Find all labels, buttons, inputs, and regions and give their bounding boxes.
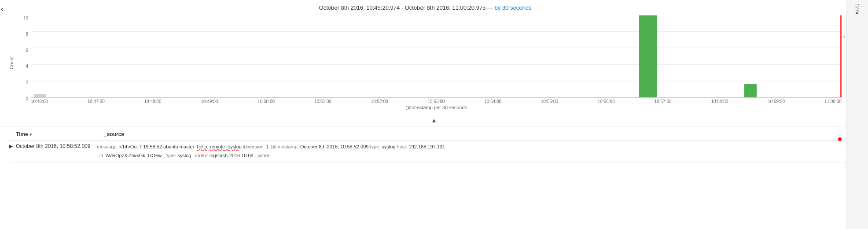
field-label: message: — [97, 144, 118, 149]
x-tick: 11:00:00 — [824, 99, 842, 104]
y-tick: 4 — [26, 64, 28, 69]
col-source-header: _source — [104, 131, 859, 137]
x-tick: 10:58:00 — [711, 99, 728, 104]
bar-gray — [34, 94, 46, 97]
divider — [0, 126, 868, 126]
y-tick: 8 — [26, 32, 28, 37]
time-header-label: Time — [16, 131, 28, 137]
y-tick: 2 — [26, 80, 28, 85]
field-value: logstash-2016.10.08 — [210, 153, 254, 158]
x-axis-title: @timestamp per 30 seconds — [31, 105, 842, 110]
field-label: type: — [370, 144, 380, 149]
x-tick: 10:46:00 — [31, 99, 48, 104]
field-highlight: hello, remote rsyslog — [197, 144, 242, 149]
table-row: ▶ October 8th 2016, 10:58:52.009 message… — [9, 140, 859, 163]
red-dot — [838, 137, 842, 141]
row-source: message: <14>Oct 7 19:58:52 ubuntu maste… — [97, 143, 859, 159]
field-label: _index: — [193, 153, 208, 158]
bar-green-small — [744, 84, 757, 97]
chart-title-text: October 8th 2016, 10:45:20.974 - October… — [319, 4, 495, 11]
source-line-1: message: <14>Oct 7 19:58:52 ubuntu maste… — [97, 143, 859, 151]
field-value: <14>Oct 7 19:58:52 ubuntu master: — [119, 144, 197, 149]
x-tick: 10:50:00 — [257, 99, 275, 104]
field-label: @timestamp: — [270, 144, 299, 149]
col-time-header: Time▾ — [16, 131, 104, 137]
chart-title: October 8th 2016, 10:45:20.974 - October… — [9, 4, 842, 11]
y-axis-label: Count — [9, 56, 14, 69]
field-value: AVeiOpzXiZrwxGk_GOew — [106, 153, 162, 158]
table-header: Time▾ _source — [9, 129, 859, 140]
bar-green-main — [639, 15, 657, 97]
chart-section: October 8th 2016, 10:45:20.974 - October… — [0, 0, 868, 114]
source-header-label: _source — [104, 131, 124, 137]
table-section: Time▾ _source ▶ October 8th 2016, 10:58:… — [0, 129, 868, 163]
left-arrow[interactable]: ‹ — [1, 4, 4, 14]
x-tick: 10:48:00 — [144, 99, 162, 104]
x-tick: 10:57:00 — [655, 99, 672, 104]
field-value: syslog — [177, 153, 191, 158]
chart-title-link[interactable]: by 30 seconds — [495, 4, 532, 11]
row-time: October 8th 2016, 10:58:52.009 — [16, 143, 97, 149]
x-tick: 10:55:00 — [541, 99, 558, 104]
row-toggle[interactable]: ▶ — [9, 143, 16, 149]
source-line-2: _id: AVeiOpzXiZrwxGk_GOew _type: syslog … — [97, 152, 859, 160]
field-label: @version: — [243, 144, 265, 149]
y-tick: 0 — [26, 96, 28, 101]
chart-inner — [31, 15, 842, 98]
x-tick: 10:49:00 — [201, 99, 218, 104]
x-tick: 10:52:00 — [371, 99, 388, 104]
field-label: _id: — [97, 153, 105, 158]
y-axis: 10 8 6 4 2 0 — [18, 15, 31, 110]
red-line — [840, 15, 842, 97]
field-value: 192.168.197.131 — [409, 144, 445, 149]
x-tick: 10:59:00 — [768, 99, 785, 104]
y-tick: 6 — [26, 48, 28, 53]
x-tick: 10:53:00 — [427, 99, 445, 104]
field-label: host: — [397, 144, 408, 149]
x-tick: 10:47:00 — [88, 99, 105, 104]
field-label: _score: — [255, 153, 271, 158]
x-tick: 10:54:00 — [484, 99, 501, 104]
y-tick: 10 — [23, 15, 28, 20]
field-label: _type: — [163, 153, 176, 158]
page-wrapper: ‹ 12 hi › October 8th 2016, 10:45:20.974… — [0, 0, 868, 229]
field-value: 1 — [266, 144, 269, 149]
field-value: syslog — [382, 144, 395, 149]
sort-icon[interactable]: ▾ — [29, 132, 32, 137]
collapse-icon[interactable]: ▲ — [431, 117, 437, 124]
x-tick: 10:56:00 — [598, 99, 615, 104]
x-tick: 10:51:00 — [314, 99, 331, 104]
collapse-button[interactable]: ▲ — [0, 117, 868, 124]
field-value: October 8th 2016, 10:58:52.009 — [300, 144, 368, 149]
